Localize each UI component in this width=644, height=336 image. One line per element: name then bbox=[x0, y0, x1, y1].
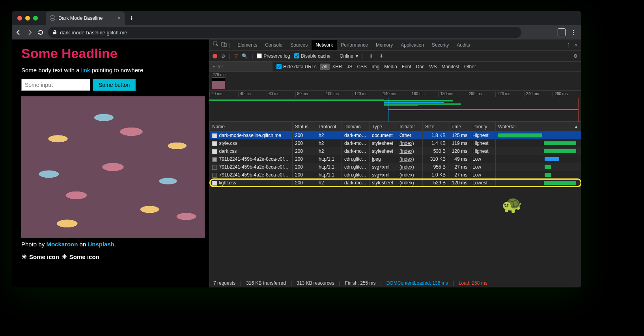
ruler-tick: 160 ms bbox=[410, 92, 439, 97]
col-name[interactable]: Name bbox=[210, 122, 293, 131]
timeline-ruler[interactable]: 20 ms40 ms60 ms80 ms100 ms120 ms140 ms16… bbox=[209, 91, 581, 122]
table-header[interactable]: NameStatusProtocolDomainTypeInitiatorSiz… bbox=[210, 122, 581, 131]
minimize-window-button[interactable] bbox=[25, 16, 30, 21]
filter-chip-other[interactable]: Other bbox=[462, 64, 478, 70]
inspect-icon[interactable] bbox=[212, 41, 218, 48]
preserve-log-label: Preserve log bbox=[263, 53, 290, 59]
file-icon bbox=[212, 173, 217, 178]
globe-icon bbox=[50, 15, 55, 21]
ruler-tick: 60 ms bbox=[267, 92, 295, 97]
maximize-window-button[interactable] bbox=[33, 16, 38, 21]
icon-label-1: Some icon bbox=[29, 253, 59, 260]
col-domain[interactable]: Domain bbox=[342, 122, 370, 131]
status-dcl: DOMContentLoaded: 136 ms bbox=[386, 280, 448, 286]
devtools-tab-audits[interactable]: Audits bbox=[453, 40, 474, 50]
status-finish: Finish: 255 ms bbox=[345, 280, 376, 286]
col-type[interactable]: Type bbox=[370, 122, 397, 131]
filter-input[interactable] bbox=[209, 62, 273, 71]
ruler-tick: 120 ms bbox=[353, 92, 381, 97]
devtools-tab-performance[interactable]: Performance bbox=[337, 40, 372, 50]
devtools-tab-console[interactable]: Console bbox=[261, 40, 286, 50]
download-icon[interactable]: ⬇ bbox=[378, 53, 384, 59]
ruler-tick: 200 ms bbox=[467, 92, 496, 97]
some-button[interactable]: Some button bbox=[93, 79, 136, 91]
devtools-menu-button[interactable]: ⋮ bbox=[565, 42, 571, 48]
network-row[interactable]: style.css200h2dark-mo…stylesheet(index)1… bbox=[210, 139, 581, 147]
new-tab-button[interactable]: + bbox=[125, 14, 138, 23]
ruler-tick: 20 ms bbox=[209, 92, 238, 97]
address-bar[interactable]: dark-mode-baseline.glitch.me bbox=[48, 27, 521, 38]
filter-chip-media[interactable]: Media bbox=[382, 64, 399, 70]
col-status[interactable]: Status bbox=[293, 122, 316, 131]
overview-timestamp: 279 ms bbox=[213, 73, 226, 77]
disable-cache-label: Disable cache bbox=[301, 53, 330, 59]
network-row[interactable]: 791b2241-459b-4a2e-8cca-c0fdc2…200http/1… bbox=[210, 163, 581, 171]
credit-author-link[interactable]: Mockaroon bbox=[46, 241, 78, 248]
devtools-tab-network[interactable]: Network bbox=[312, 40, 337, 50]
profile-button[interactable] bbox=[558, 28, 566, 36]
filter-chip-img[interactable]: Img bbox=[369, 64, 382, 70]
devtools-tab-elements[interactable]: Elements bbox=[233, 40, 261, 50]
close-tab-button[interactable]: × bbox=[118, 15, 121, 21]
filter-chip-manifest[interactable]: Manifest bbox=[439, 64, 462, 70]
clear-button[interactable]: ⊘ bbox=[221, 53, 225, 59]
col-priority[interactable]: Priority bbox=[470, 122, 496, 131]
body-link[interactable]: link bbox=[81, 67, 90, 73]
icons-row: ☀ Some icon ☀ Some icon bbox=[21, 253, 200, 261]
record-button[interactable] bbox=[213, 54, 217, 58]
overview-strip[interactable]: 279 ms bbox=[209, 72, 581, 91]
network-row[interactable]: 791b2241-459b-4a2e-8cca-c0fdc2…200http/1… bbox=[210, 171, 581, 179]
filter-chip-js[interactable]: JS bbox=[344, 64, 355, 70]
col-protocol[interactable]: Protocol bbox=[316, 122, 342, 131]
network-row[interactable]: dark-mode-baseline.glitch.me200h2dark-mo… bbox=[210, 131, 581, 140]
col-size[interactable]: Size bbox=[423, 122, 448, 131]
col-initiator[interactable]: Initiator bbox=[397, 122, 423, 131]
status-resources: 313 KB resources bbox=[297, 280, 334, 286]
back-button[interactable] bbox=[15, 29, 22, 36]
network-row[interactable]: dark.css200h2dark-mo…stylesheet(index)53… bbox=[210, 147, 581, 155]
filter-chip-xhr[interactable]: XHR bbox=[330, 64, 344, 70]
network-toolbar: ⊘ | ▽ 🔍 | Preserve log Disable cache | O… bbox=[209, 51, 581, 62]
close-window-button[interactable] bbox=[17, 16, 22, 21]
filter-chip-all[interactable]: All bbox=[320, 64, 330, 70]
credit-site-link[interactable]: Unsplash bbox=[88, 241, 114, 248]
hide-data-urls-checkbox[interactable]: Hide data URLs bbox=[276, 64, 317, 69]
svg-rect-2 bbox=[222, 42, 225, 46]
network-row[interactable]: 791b2241-459b-4a2e-8cca-c0fdc2…200http/1… bbox=[210, 155, 581, 163]
devtools-tab-security[interactable]: Security bbox=[428, 40, 453, 50]
menu-button[interactable]: ⋮ bbox=[570, 29, 576, 36]
ruler-tick: 100 ms bbox=[324, 92, 353, 97]
browser-tab[interactable]: Dark Mode Baseline × bbox=[46, 11, 125, 25]
text-input[interactable] bbox=[21, 79, 90, 91]
ruler-tick: 40 ms bbox=[238, 92, 267, 97]
ruler-tick: 80 ms bbox=[295, 92, 324, 97]
search-icon[interactable]: 🔍 bbox=[242, 53, 248, 59]
forward-button[interactable] bbox=[26, 29, 33, 36]
file-icon bbox=[212, 133, 217, 138]
devtools-close-button[interactable]: × bbox=[573, 42, 579, 48]
credit-prefix: Photo by bbox=[21, 241, 46, 248]
hide-urls-label: Hide data URLs bbox=[283, 64, 317, 69]
devtools-tab-memory[interactable]: Memory bbox=[372, 40, 397, 50]
col-time[interactable]: Time bbox=[448, 122, 470, 131]
filter-icon[interactable]: ▽ bbox=[234, 53, 238, 59]
filter-chip-doc[interactable]: Doc bbox=[414, 64, 427, 70]
filter-chip-css[interactable]: CSS bbox=[355, 64, 369, 70]
devtools-tab-application[interactable]: Application bbox=[397, 40, 428, 50]
reload-button[interactable] bbox=[37, 29, 44, 36]
file-icon bbox=[212, 181, 217, 186]
devtools-tabs: | ElementsConsoleSourcesNetworkPerforman… bbox=[209, 39, 581, 51]
devtools-tab-sources[interactable]: Sources bbox=[286, 40, 312, 50]
filter-chip-ws[interactable]: WS bbox=[427, 64, 439, 70]
disable-cache-checkbox[interactable]: Disable cache bbox=[294, 53, 330, 59]
status-load: Load: 258 ms bbox=[459, 280, 487, 286]
turtle-icon: 🐢 bbox=[502, 195, 522, 214]
network-row[interactable]: light.css200h2dark-mo…stylesheet(index)5… bbox=[210, 179, 581, 187]
upload-icon[interactable]: ⬆ bbox=[368, 53, 374, 59]
col-waterfall[interactable]: Waterfall ▲ bbox=[496, 122, 581, 131]
filter-chip-font[interactable]: Font bbox=[399, 64, 414, 70]
throttle-select[interactable]: Online ▾ bbox=[340, 53, 358, 59]
gear-icon[interactable]: ⚙ bbox=[572, 53, 578, 59]
device-toggle-icon[interactable] bbox=[220, 41, 226, 48]
preserve-log-checkbox[interactable]: Preserve log bbox=[257, 53, 290, 59]
